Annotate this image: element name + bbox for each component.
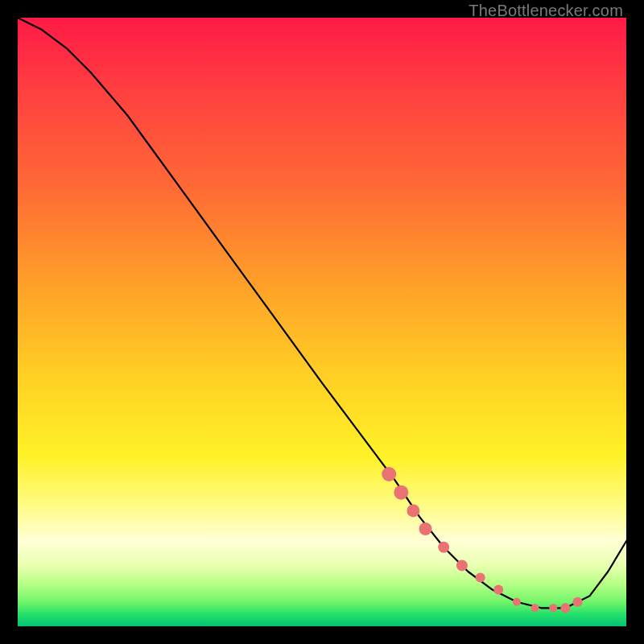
highlight-dot [419,522,432,535]
highlight-dot [493,585,503,595]
highlight-dot [573,597,583,607]
highlight-dot [382,467,396,481]
highlight-dot [394,485,408,500]
plot-area [18,18,626,626]
highlight-dot [438,542,449,553]
chart-stage: TheBottlenecker.com [0,0,644,644]
highlight-dots [382,467,582,613]
highlight-dot [549,604,557,612]
highlight-dot [531,604,539,612]
highlight-dot [407,504,419,517]
highlight-dot [476,573,485,583]
chart-overlay [18,18,626,626]
highlight-dot [456,559,468,571]
highlight-dot [560,603,570,613]
highlight-dot [513,598,521,606]
bottleneck-curve [18,18,626,608]
